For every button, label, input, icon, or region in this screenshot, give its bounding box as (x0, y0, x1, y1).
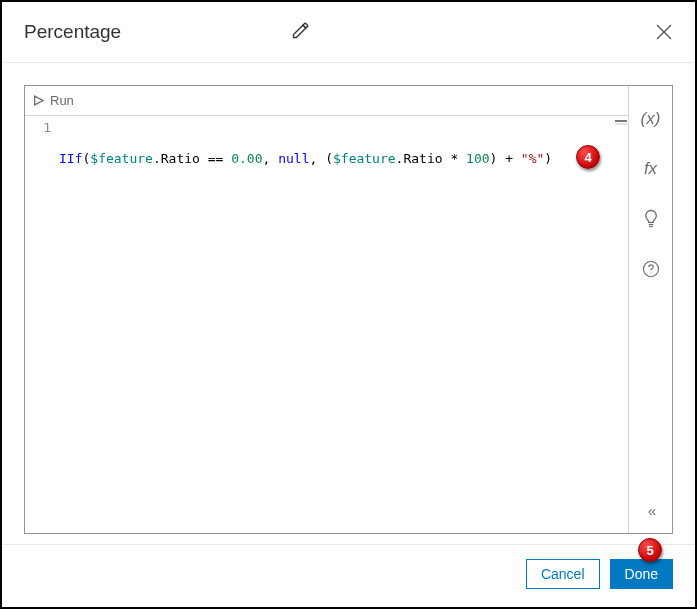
chevron-double-left-icon: « (648, 502, 653, 519)
code-lines[interactable]: IIf($feature.Ratio == 0.00, null, ($feat… (59, 116, 614, 533)
svg-point-6 (650, 272, 651, 273)
done-button[interactable]: Done (610, 559, 673, 589)
dialog-body: Run 1 IIf($feature.Ratio == 0.00, null, … (2, 63, 695, 544)
annotation-callout-4: 4 (576, 145, 600, 169)
run-button[interactable]: Run (33, 93, 74, 108)
play-icon (33, 95, 44, 106)
run-label: Run (50, 93, 74, 108)
expression-editor-dialog: Percentage (2, 2, 695, 607)
cancel-button[interactable]: Cancel (526, 559, 600, 589)
line-number: 1 (25, 120, 51, 135)
globals-tool[interactable]: (x) (640, 108, 662, 130)
help-icon (642, 260, 660, 278)
functions-icon: fx (644, 159, 657, 179)
lightbulb-icon (643, 209, 659, 229)
dialog-title: Percentage (24, 21, 121, 43)
collapse-panel-button[interactable]: « (648, 502, 653, 519)
help-tool[interactable] (640, 258, 662, 280)
functions-tool[interactable]: fx (640, 158, 662, 180)
minimap[interactable] (614, 116, 628, 533)
editor-toolbar: Run (25, 86, 628, 116)
suggestions-tool[interactable] (640, 208, 662, 230)
editor-pane: Run 1 IIf($feature.Ratio == 0.00, null, … (25, 86, 628, 533)
code-area[interactable]: 1 IIf($feature.Ratio == 0.00, null, ($fe… (25, 116, 628, 533)
dialog-footer: Cancel Done (2, 544, 695, 607)
pencil-icon[interactable] (291, 20, 311, 44)
annotation-callout-5: 5 (638, 538, 662, 562)
side-tool-panel: (x) fx (628, 86, 672, 533)
globals-icon: (x) (641, 109, 661, 129)
svg-marker-2 (35, 96, 43, 105)
edit-title-button-wrap (121, 20, 655, 44)
code-line[interactable]: IIf($feature.Ratio == 0.00, null, ($feat… (59, 150, 614, 168)
dialog-header: Percentage (2, 2, 695, 63)
line-gutter: 1 (25, 116, 59, 533)
close-icon[interactable] (655, 23, 673, 41)
